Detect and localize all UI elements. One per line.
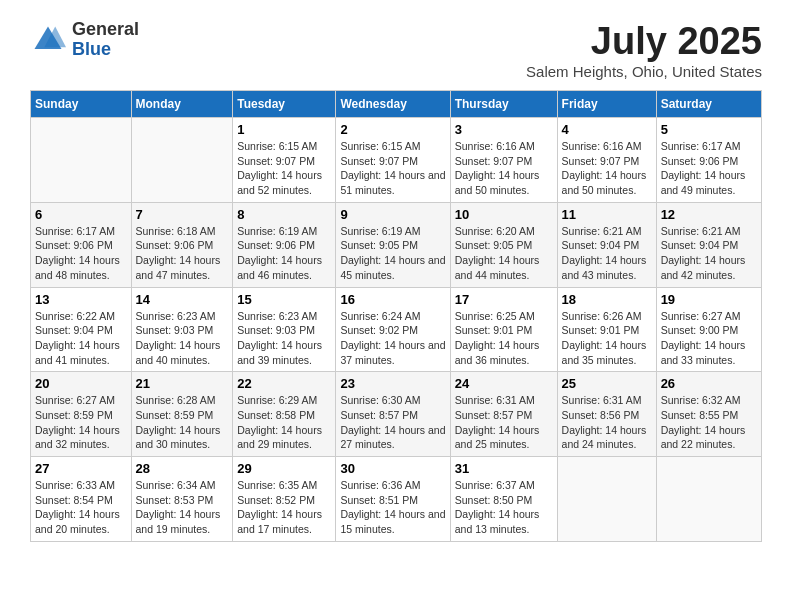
day-sunrise: Sunrise: 6:21 AMSunset: 9:04 PMDaylight:… [562, 225, 647, 281]
calendar-day-cell [656, 457, 761, 542]
day-sunrise: Sunrise: 6:19 AMSunset: 9:05 PMDaylight:… [340, 225, 445, 281]
calendar-day-cell: 16Sunrise: 6:24 AMSunset: 9:02 PMDayligh… [336, 287, 450, 372]
day-sunrise: Sunrise: 6:34 AMSunset: 8:53 PMDaylight:… [136, 479, 221, 535]
day-number: 30 [340, 461, 445, 476]
month-year-title: July 2025 [526, 20, 762, 63]
calendar-week-row: 27Sunrise: 6:33 AMSunset: 8:54 PMDayligh… [31, 457, 762, 542]
calendar-day-cell: 24Sunrise: 6:31 AMSunset: 8:57 PMDayligh… [450, 372, 557, 457]
day-number: 16 [340, 292, 445, 307]
day-sunrise: Sunrise: 6:33 AMSunset: 8:54 PMDaylight:… [35, 479, 120, 535]
calendar-day-cell: 19Sunrise: 6:27 AMSunset: 9:00 PMDayligh… [656, 287, 761, 372]
calendar-week-row: 13Sunrise: 6:22 AMSunset: 9:04 PMDayligh… [31, 287, 762, 372]
day-number: 27 [35, 461, 127, 476]
day-number: 21 [136, 376, 229, 391]
calendar-day-cell [31, 118, 132, 203]
weekday-header: Thursday [450, 91, 557, 118]
day-sunrise: Sunrise: 6:27 AMSunset: 9:00 PMDaylight:… [661, 310, 746, 366]
day-sunrise: Sunrise: 6:28 AMSunset: 8:59 PMDaylight:… [136, 394, 221, 450]
location-label: Salem Heights, Ohio, United States [526, 63, 762, 80]
day-sunrise: Sunrise: 6:29 AMSunset: 8:58 PMDaylight:… [237, 394, 322, 450]
day-sunrise: Sunrise: 6:32 AMSunset: 8:55 PMDaylight:… [661, 394, 746, 450]
day-number: 14 [136, 292, 229, 307]
calendar-day-cell: 31Sunrise: 6:37 AMSunset: 8:50 PMDayligh… [450, 457, 557, 542]
calendar-day-cell: 6Sunrise: 6:17 AMSunset: 9:06 PMDaylight… [31, 202, 132, 287]
day-number: 28 [136, 461, 229, 476]
calendar-day-cell: 12Sunrise: 6:21 AMSunset: 9:04 PMDayligh… [656, 202, 761, 287]
day-number: 7 [136, 207, 229, 222]
weekday-header-row: SundayMondayTuesdayWednesdayThursdayFrid… [31, 91, 762, 118]
day-sunrise: Sunrise: 6:22 AMSunset: 9:04 PMDaylight:… [35, 310, 120, 366]
day-number: 11 [562, 207, 652, 222]
page-header: General Blue July 2025 Salem Heights, Oh… [30, 20, 762, 80]
calendar-day-cell: 9Sunrise: 6:19 AMSunset: 9:05 PMDaylight… [336, 202, 450, 287]
day-number: 23 [340, 376, 445, 391]
calendar-day-cell: 10Sunrise: 6:20 AMSunset: 9:05 PMDayligh… [450, 202, 557, 287]
day-number: 20 [35, 376, 127, 391]
calendar-day-cell: 26Sunrise: 6:32 AMSunset: 8:55 PMDayligh… [656, 372, 761, 457]
day-number: 12 [661, 207, 757, 222]
day-sunrise: Sunrise: 6:35 AMSunset: 8:52 PMDaylight:… [237, 479, 322, 535]
calendar-week-row: 1Sunrise: 6:15 AMSunset: 9:07 PMDaylight… [31, 118, 762, 203]
day-sunrise: Sunrise: 6:36 AMSunset: 8:51 PMDaylight:… [340, 479, 445, 535]
day-sunrise: Sunrise: 6:37 AMSunset: 8:50 PMDaylight:… [455, 479, 540, 535]
calendar-day-cell: 7Sunrise: 6:18 AMSunset: 9:06 PMDaylight… [131, 202, 233, 287]
day-number: 10 [455, 207, 553, 222]
calendar-day-cell: 14Sunrise: 6:23 AMSunset: 9:03 PMDayligh… [131, 287, 233, 372]
day-sunrise: Sunrise: 6:23 AMSunset: 9:03 PMDaylight:… [136, 310, 221, 366]
day-sunrise: Sunrise: 6:26 AMSunset: 9:01 PMDaylight:… [562, 310, 647, 366]
day-sunrise: Sunrise: 6:17 AMSunset: 9:06 PMDaylight:… [35, 225, 120, 281]
calendar-day-cell: 8Sunrise: 6:19 AMSunset: 9:06 PMDaylight… [233, 202, 336, 287]
day-sunrise: Sunrise: 6:16 AMSunset: 9:07 PMDaylight:… [562, 140, 647, 196]
calendar-day-cell: 2Sunrise: 6:15 AMSunset: 9:07 PMDaylight… [336, 118, 450, 203]
calendar-day-cell: 22Sunrise: 6:29 AMSunset: 8:58 PMDayligh… [233, 372, 336, 457]
calendar-day-cell: 11Sunrise: 6:21 AMSunset: 9:04 PMDayligh… [557, 202, 656, 287]
day-number: 6 [35, 207, 127, 222]
day-sunrise: Sunrise: 6:19 AMSunset: 9:06 PMDaylight:… [237, 225, 322, 281]
calendar-day-cell: 13Sunrise: 6:22 AMSunset: 9:04 PMDayligh… [31, 287, 132, 372]
day-sunrise: Sunrise: 6:21 AMSunset: 9:04 PMDaylight:… [661, 225, 746, 281]
logo-blue: Blue [72, 39, 111, 59]
day-number: 1 [237, 122, 331, 137]
calendar-day-cell: 21Sunrise: 6:28 AMSunset: 8:59 PMDayligh… [131, 372, 233, 457]
logo: General Blue [30, 20, 139, 60]
day-sunrise: Sunrise: 6:18 AMSunset: 9:06 PMDaylight:… [136, 225, 221, 281]
day-sunrise: Sunrise: 6:15 AMSunset: 9:07 PMDaylight:… [237, 140, 322, 196]
calendar-week-row: 20Sunrise: 6:27 AMSunset: 8:59 PMDayligh… [31, 372, 762, 457]
day-number: 19 [661, 292, 757, 307]
day-number: 26 [661, 376, 757, 391]
day-sunrise: Sunrise: 6:23 AMSunset: 9:03 PMDaylight:… [237, 310, 322, 366]
day-number: 24 [455, 376, 553, 391]
day-number: 5 [661, 122, 757, 137]
calendar-day-cell: 1Sunrise: 6:15 AMSunset: 9:07 PMDaylight… [233, 118, 336, 203]
day-number: 13 [35, 292, 127, 307]
day-number: 4 [562, 122, 652, 137]
day-sunrise: Sunrise: 6:25 AMSunset: 9:01 PMDaylight:… [455, 310, 540, 366]
day-sunrise: Sunrise: 6:27 AMSunset: 8:59 PMDaylight:… [35, 394, 120, 450]
day-number: 29 [237, 461, 331, 476]
calendar-week-row: 6Sunrise: 6:17 AMSunset: 9:06 PMDaylight… [31, 202, 762, 287]
day-number: 15 [237, 292, 331, 307]
logo-text: General Blue [72, 20, 139, 60]
weekday-header: Friday [557, 91, 656, 118]
day-number: 9 [340, 207, 445, 222]
logo-icon [30, 22, 66, 58]
day-number: 22 [237, 376, 331, 391]
day-sunrise: Sunrise: 6:17 AMSunset: 9:06 PMDaylight:… [661, 140, 746, 196]
day-number: 18 [562, 292, 652, 307]
calendar-day-cell: 25Sunrise: 6:31 AMSunset: 8:56 PMDayligh… [557, 372, 656, 457]
day-number: 25 [562, 376, 652, 391]
day-number: 31 [455, 461, 553, 476]
title-section: July 2025 Salem Heights, Ohio, United St… [526, 20, 762, 80]
calendar-day-cell: 3Sunrise: 6:16 AMSunset: 9:07 PMDaylight… [450, 118, 557, 203]
calendar-day-cell: 23Sunrise: 6:30 AMSunset: 8:57 PMDayligh… [336, 372, 450, 457]
calendar-day-cell: 17Sunrise: 6:25 AMSunset: 9:01 PMDayligh… [450, 287, 557, 372]
day-sunrise: Sunrise: 6:16 AMSunset: 9:07 PMDaylight:… [455, 140, 540, 196]
calendar-day-cell: 20Sunrise: 6:27 AMSunset: 8:59 PMDayligh… [31, 372, 132, 457]
calendar-day-cell [131, 118, 233, 203]
day-number: 2 [340, 122, 445, 137]
calendar-table: SundayMondayTuesdayWednesdayThursdayFrid… [30, 90, 762, 542]
weekday-header: Monday [131, 91, 233, 118]
calendar-day-cell: 15Sunrise: 6:23 AMSunset: 9:03 PMDayligh… [233, 287, 336, 372]
calendar-day-cell: 28Sunrise: 6:34 AMSunset: 8:53 PMDayligh… [131, 457, 233, 542]
calendar-day-cell: 4Sunrise: 6:16 AMSunset: 9:07 PMDaylight… [557, 118, 656, 203]
